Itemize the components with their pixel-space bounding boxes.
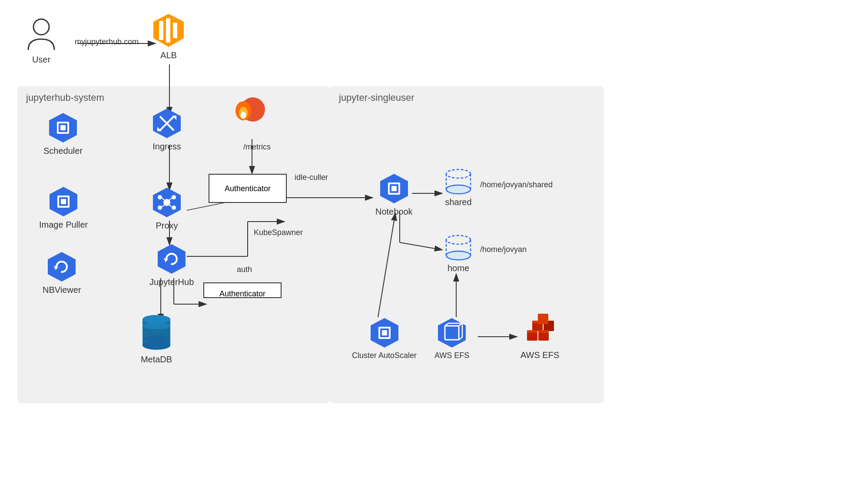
idle-culler-label: idle-culler bbox=[295, 173, 328, 182]
svg-point-35 bbox=[172, 206, 176, 210]
diagram-container: jupyterhub-system jupyter-singleuser bbox=[0, 0, 862, 504]
nbviewer-node: NBViewer bbox=[43, 251, 81, 295]
nbviewer-icon bbox=[46, 251, 77, 282]
home-node: home bbox=[443, 235, 474, 273]
aws-efs-node: AWS EFS bbox=[521, 313, 559, 360]
alb-node: ALB bbox=[151, 13, 186, 60]
svg-point-70 bbox=[446, 185, 471, 194]
user-icon bbox=[26, 17, 56, 52]
shared-node: shared bbox=[443, 169, 474, 207]
svg-point-34 bbox=[158, 206, 162, 210]
svg-point-33 bbox=[172, 195, 176, 199]
image-puller-node: Image Puller bbox=[39, 186, 88, 230]
metrics-label: /metrics bbox=[243, 143, 271, 152]
svg-rect-45 bbox=[60, 125, 66, 130]
nbviewer-label: NBViewer bbox=[43, 285, 81, 295]
ingress-icon bbox=[151, 108, 182, 139]
shared-icon bbox=[443, 169, 474, 195]
svg-rect-66 bbox=[391, 186, 397, 191]
user-node: User bbox=[26, 17, 56, 65]
svg-marker-50 bbox=[48, 252, 76, 282]
svg-rect-91 bbox=[527, 330, 537, 333]
svg-point-67 bbox=[446, 169, 471, 178]
svg-marker-79 bbox=[438, 318, 466, 348]
jupyterhub-label: JupyterHub bbox=[149, 277, 194, 287]
aws-efs-icon bbox=[523, 313, 557, 348]
cluster-autoscaler-icon bbox=[369, 317, 400, 348]
home-jovyan-shared-label: /home/jovyan/shared bbox=[480, 180, 553, 189]
home-label: home bbox=[448, 263, 469, 273]
svg-point-32 bbox=[158, 195, 162, 199]
svg-point-60 bbox=[143, 329, 170, 336]
alb-icon bbox=[151, 13, 186, 48]
jupyterhub-api-box: Authenticator bbox=[209, 174, 287, 203]
prometheus-node bbox=[230, 91, 265, 126]
notebook-icon bbox=[378, 173, 410, 204]
cluster-autoscaler-node: Cluster AutoScaler bbox=[352, 317, 417, 360]
home-icon bbox=[443, 235, 474, 261]
authenticator-text: Authenticator bbox=[203, 282, 282, 305]
ingress-label: Ingress bbox=[153, 142, 181, 152]
svg-point-74 bbox=[446, 251, 471, 260]
kubespawner-label: KubeSpawner bbox=[254, 228, 303, 237]
image-puller-icon bbox=[48, 186, 79, 217]
metadb-icon bbox=[139, 313, 174, 352]
svg-point-71 bbox=[446, 235, 471, 244]
notebook-label: Notebook bbox=[375, 207, 413, 217]
shared-label: shared bbox=[445, 197, 471, 207]
efs-csi-driver-icon bbox=[436, 317, 467, 348]
svg-rect-78 bbox=[382, 330, 387, 335]
svg-rect-24 bbox=[173, 23, 177, 38]
svg-point-62 bbox=[143, 315, 170, 324]
svg-rect-22 bbox=[159, 21, 163, 40]
prometheus-icon bbox=[230, 91, 265, 126]
ingress-node: Ingress bbox=[151, 108, 182, 152]
scheduler-label: Scheduler bbox=[43, 146, 83, 156]
home-jovyan-label: /home/jovyan bbox=[480, 245, 527, 254]
svg-rect-23 bbox=[166, 18, 170, 43]
svg-point-55 bbox=[241, 112, 246, 119]
jupyterhub-api-label: Authenticator bbox=[225, 184, 271, 193]
proxy-icon bbox=[151, 187, 182, 218]
alb-label: ALB bbox=[160, 50, 177, 60]
svg-rect-93 bbox=[532, 321, 543, 323]
scheduler-node: Scheduler bbox=[43, 112, 83, 156]
proxy-node: Proxy bbox=[151, 187, 182, 231]
notebook-node: Notebook bbox=[375, 173, 413, 217]
namespace-label-jupyter-singleuser: jupyter-singleuser bbox=[339, 92, 414, 103]
metadb-node: MetaDB bbox=[139, 313, 174, 365]
auth-label: auth bbox=[237, 265, 252, 274]
myjupyterhub-label: myjupyterhub.com bbox=[75, 37, 139, 46]
image-puller-label: Image Puller bbox=[39, 220, 88, 230]
namespace-label-jupyterhub-system: jupyterhub-system bbox=[26, 92, 104, 103]
svg-rect-49 bbox=[61, 199, 66, 204]
svg-point-20 bbox=[33, 19, 49, 35]
svg-rect-92 bbox=[538, 330, 549, 333]
scheduler-icon bbox=[47, 112, 79, 143]
efs-csi-driver-label: AWS EFS bbox=[434, 351, 469, 360]
aws-efs-label: AWS EFS bbox=[521, 350, 559, 360]
proxy-label: Proxy bbox=[156, 221, 178, 231]
svg-point-61 bbox=[143, 335, 170, 342]
metadb-label: MetaDB bbox=[141, 355, 172, 365]
user-label: User bbox=[32, 55, 50, 65]
cluster-autoscaler-label: Cluster AutoScaler bbox=[352, 351, 417, 360]
jupyterhub-node: JupyterHub bbox=[149, 243, 194, 287]
svg-marker-40 bbox=[158, 244, 186, 274]
efs-csi-driver-node: AWS EFS bbox=[434, 317, 469, 360]
jupyterhub-icon bbox=[156, 243, 187, 275]
